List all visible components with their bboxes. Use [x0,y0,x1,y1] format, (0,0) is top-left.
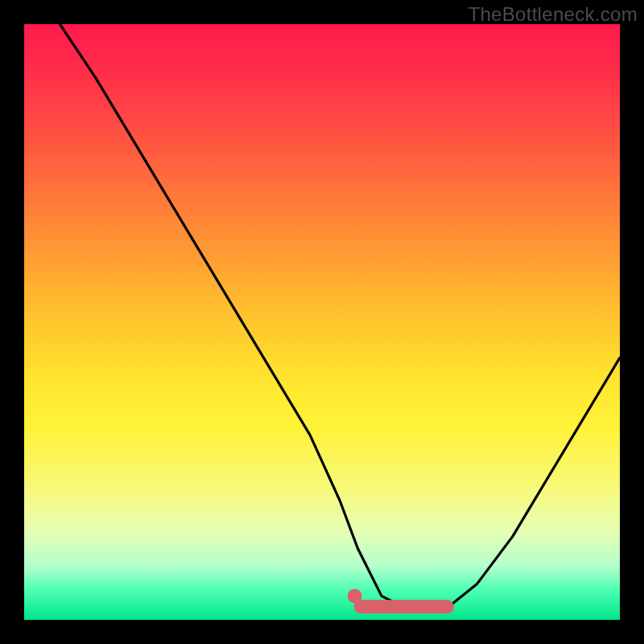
flat-segment-marker [348,588,362,603]
chart-frame: TheBottleneck.com [0,0,644,644]
curve-layer [24,24,620,620]
bottleneck-curve-path [24,24,620,608]
watermark-text: TheBottleneck.com [468,3,638,26]
plot-area [24,24,620,620]
